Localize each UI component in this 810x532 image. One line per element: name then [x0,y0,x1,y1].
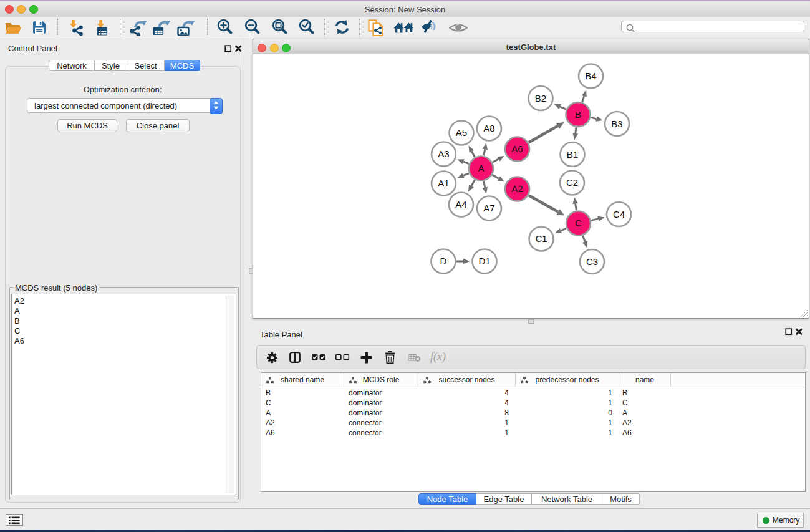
svg-text:B4: B4 [585,70,596,81]
svg-text:D: D [440,256,447,266]
svg-text:C1: C1 [535,233,547,244]
svg-text:C2: C2 [566,177,578,188]
svg-text:A8: A8 [483,123,494,133]
svg-text:A2: A2 [511,183,523,194]
svg-text:A5: A5 [456,127,467,138]
svg-text:B1: B1 [567,149,578,160]
svg-text:B2: B2 [535,93,546,104]
svg-text:A1: A1 [438,178,449,188]
svg-text:C4: C4 [613,209,625,220]
svg-text:C: C [575,218,582,228]
svg-text:A3: A3 [438,148,449,159]
svg-text:A7: A7 [483,203,494,213]
svg-text:B: B [575,109,581,120]
svg-text:A: A [478,163,484,173]
svg-text:A6: A6 [511,143,523,154]
svg-text:B3: B3 [611,118,622,129]
svg-text:A4: A4 [455,199,466,210]
svg-text:C3: C3 [586,256,598,267]
svg-text:D1: D1 [478,256,490,266]
